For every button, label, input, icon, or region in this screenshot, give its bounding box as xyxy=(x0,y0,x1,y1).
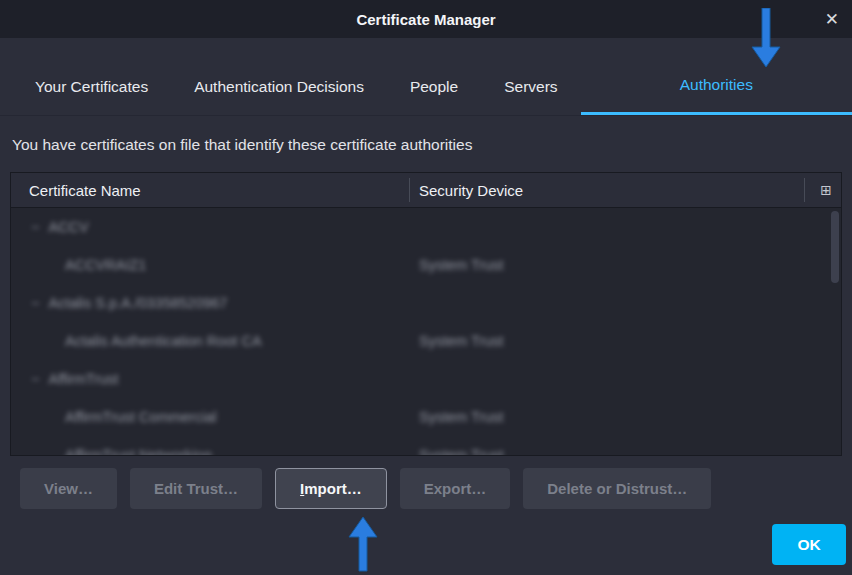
certificate-name: AffirmTrust Networking xyxy=(65,436,212,456)
column-picker-icon[interactable]: ⊞ xyxy=(811,173,841,207)
action-button-row: View… Edit Trust… Import… Export… Delete… xyxy=(20,468,711,509)
ok-button[interactable]: OK xyxy=(772,524,846,565)
certificate-name: ACCVRAIZ1 xyxy=(65,246,146,284)
edit-trust-button[interactable]: Edit Trust… xyxy=(130,468,262,509)
table-row[interactable]: AffirmTrust Commercial System Trust xyxy=(11,398,841,436)
twisty-icon[interactable]: − xyxy=(31,295,39,311)
view-button[interactable]: View… xyxy=(20,468,117,509)
column-divider[interactable] xyxy=(409,178,410,202)
delete-distrust-button[interactable]: Delete or Distrust… xyxy=(523,468,711,509)
security-device: System Trust xyxy=(419,436,504,456)
table-row[interactable]: −ACCV xyxy=(11,208,841,246)
certificate-name: Actalis S.p.A./03358520967 xyxy=(48,295,227,311)
table-header: Certificate Name Security Device ⊞ xyxy=(11,173,841,208)
tab-authorities[interactable]: Authorities xyxy=(581,58,852,115)
column-header-certificate-name[interactable]: Certificate Name xyxy=(29,173,141,207)
twisty-icon[interactable]: − xyxy=(31,371,39,387)
certificate-name: ACCV xyxy=(48,219,88,235)
tab-people[interactable]: People xyxy=(387,58,481,115)
import-button[interactable]: Import… xyxy=(275,468,387,509)
certificate-name: AffirmTrust xyxy=(48,371,118,387)
table-row[interactable]: ACCVRAIZ1 System Trust xyxy=(11,246,841,284)
certificate-manager-dialog: Certificate Manager ✕ Your Certificates … xyxy=(0,0,852,575)
title-bar: Certificate Manager ✕ xyxy=(0,0,852,38)
column-divider xyxy=(804,178,805,202)
tab-authentication-decisions[interactable]: Authentication Decisions xyxy=(171,58,387,115)
security-device: System Trust xyxy=(419,398,504,436)
table-scrollbar[interactable] xyxy=(830,208,840,454)
tab-servers[interactable]: Servers xyxy=(481,58,580,115)
table-row[interactable]: Actalis Authentication Root CA System Tr… xyxy=(11,322,841,360)
certificates-table: Certificate Name Security Device ⊞ −ACCV… xyxy=(10,172,842,456)
tab-your-certificates[interactable]: Your Certificates xyxy=(12,58,171,115)
column-header-security-device[interactable]: Security Device xyxy=(419,173,523,207)
security-device: System Trust xyxy=(419,246,504,284)
description-text: You have certificates on file that ident… xyxy=(12,136,472,154)
export-button[interactable]: Export… xyxy=(400,468,511,509)
tab-strip: Your Certificates Authentication Decisio… xyxy=(0,58,852,116)
dialog-title: Certificate Manager xyxy=(356,11,495,28)
table-row[interactable]: −Actalis S.p.A./03358520967 xyxy=(11,284,841,322)
table-row[interactable]: AffirmTrust Networking System Trust xyxy=(11,436,841,456)
certificate-name: AffirmTrust Commercial xyxy=(65,398,216,436)
arrow-up-annotation xyxy=(347,516,379,572)
twisty-icon[interactable]: − xyxy=(31,219,39,235)
table-body: −ACCV ACCVRAIZ1 System Trust −Actalis S.… xyxy=(11,208,841,456)
close-icon[interactable]: ✕ xyxy=(825,0,839,38)
certificate-name: Actalis Authentication Root CA xyxy=(65,322,262,360)
scrollbar-thumb[interactable] xyxy=(831,211,839,283)
security-device: System Trust xyxy=(419,322,504,360)
table-row[interactable]: −AffirmTrust xyxy=(11,360,841,398)
